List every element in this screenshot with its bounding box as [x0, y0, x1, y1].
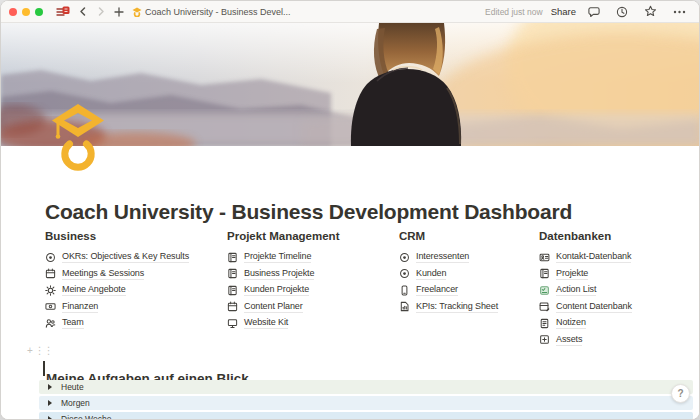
chart-doc-icon — [399, 301, 410, 312]
zoom-window-button[interactable] — [35, 8, 43, 16]
page-link[interactable]: Meetings & Sessions — [45, 266, 227, 283]
page-link-label: Kunden — [416, 268, 446, 280]
window-toolbar: Coach University - Business Devel... Edi… — [1, 1, 699, 23]
target-icon — [45, 252, 56, 263]
phone-icon — [399, 285, 410, 296]
ledger-icon — [227, 285, 238, 296]
page-link[interactable]: Content Planer — [227, 299, 399, 316]
new-tab-icon[interactable] — [110, 3, 128, 21]
back-icon[interactable] — [74, 3, 92, 21]
column-header: CRM — [399, 230, 539, 242]
page-link-label: Kunden Projekte — [244, 284, 309, 296]
page-link-label: Team — [62, 317, 84, 329]
checklist-icon — [539, 285, 550, 296]
ledger-icon — [227, 268, 238, 279]
task-toggles: HeuteMorgenDiese Woche — [39, 380, 693, 420]
page-link-label: Assets — [556, 334, 582, 346]
page-link-label: Action List — [556, 284, 596, 296]
toggle-triangle-icon[interactable] — [48, 384, 52, 390]
page-link[interactable]: Action List — [539, 282, 699, 299]
target-icon — [399, 252, 410, 263]
block-handles[interactable]: + ⋮⋮ — [27, 345, 53, 356]
page-link[interactable]: Projekte — [539, 266, 699, 283]
column-header: Business — [45, 230, 227, 242]
page-link[interactable]: OKRs: Objectives & Key Results — [45, 249, 227, 266]
toggle-heute[interactable]: Heute — [39, 380, 693, 394]
notion-window: Coach University - Business Devel... Edi… — [0, 0, 700, 420]
page-link[interactable]: Notizen — [539, 315, 699, 332]
monitor-icon — [227, 318, 238, 329]
text-caret — [43, 361, 45, 376]
drag-handle-icon[interactable]: ⋮⋮ — [35, 345, 53, 356]
page-link[interactable]: Kontakt-Datenbank — [539, 249, 699, 266]
close-window-button[interactable] — [9, 8, 17, 16]
toggle-morgen[interactable]: Morgen — [39, 396, 693, 410]
page-link[interactable]: Business Projekte — [227, 266, 399, 283]
page-link-label: KPIs: Tracking Sheet — [416, 301, 498, 313]
link-columns: BusinessOKRs: Objectives & Key ResultsMe… — [45, 230, 693, 348]
page-link[interactable]: Meine Angebote — [45, 282, 227, 299]
toggle-triangle-icon[interactable] — [48, 416, 52, 420]
page-link[interactable]: Kunden — [399, 266, 539, 283]
toggle-label: Heute — [61, 382, 84, 392]
toggle-triangle-icon[interactable] — [48, 400, 52, 406]
page-link-label: Projekte — [556, 268, 588, 280]
column-datenbanken: DatenbankenKontakt-DatenbankProjekteActi… — [539, 230, 699, 348]
page-link[interactable]: Projekte Timeline — [227, 249, 399, 266]
page-link[interactable]: Team — [45, 315, 227, 332]
page-icon-graduation-cap[interactable] — [51, 103, 105, 173]
page-link-label: Kontakt-Datenbank — [556, 251, 631, 263]
page-link-label: Interessenten — [416, 251, 469, 263]
page-link-label: Business Projekte — [244, 268, 314, 280]
toggle-diese-woche[interactable]: Diese Woche — [39, 412, 693, 420]
page-link[interactable]: Finanzen — [45, 299, 227, 316]
ledger-icon — [227, 252, 238, 263]
box-plus-icon — [539, 334, 550, 345]
column-header: Projekt Management — [227, 230, 399, 242]
help-button[interactable]: ? — [671, 384, 690, 403]
toggle-label: Morgen — [61, 398, 90, 408]
tab-favicon-cap-icon — [128, 3, 142, 21]
page-link[interactable]: Kunden Projekte — [227, 282, 399, 299]
page-link-label: Meetings & Sessions — [62, 268, 144, 280]
tab-title[interactable]: Coach University - Business Devel... — [145, 7, 291, 17]
page-link-label: Content Planer — [244, 301, 303, 313]
forward-icon[interactable] — [92, 3, 110, 21]
page-link[interactable]: Content Datenbank — [539, 299, 699, 316]
calendar-edit-icon — [539, 301, 550, 312]
banknote-icon — [45, 301, 56, 312]
page-link-label: Content Datenbank — [556, 301, 632, 313]
comments-icon[interactable] — [584, 3, 604, 21]
target-icon — [399, 268, 410, 279]
sidebar-toggle-icon[interactable] — [52, 3, 74, 21]
page-link[interactable]: Assets — [539, 332, 699, 349]
page-body: Coach University - Business Development … — [1, 146, 700, 420]
gear-icon — [45, 285, 56, 296]
add-block-icon[interactable]: + — [27, 345, 33, 356]
column-header: Datenbanken — [539, 230, 699, 242]
page-link[interactable]: KPIs: Tracking Sheet — [399, 299, 539, 316]
toggle-label: Diese Woche — [61, 414, 111, 420]
column-crm: CRMInteressentenKundenFreelancerKPIs: Tr… — [399, 230, 539, 348]
share-button[interactable]: Share — [551, 6, 576, 17]
page-link-label: Projekte Timeline — [244, 251, 311, 263]
ledger-icon — [539, 268, 550, 279]
history-clock-icon[interactable] — [612, 3, 632, 21]
page-link-label: OKRs: Objectives & Key Results — [62, 251, 189, 263]
page-link[interactable]: Interessenten — [399, 249, 539, 266]
page-link-label: Freelancer — [416, 284, 458, 296]
page-link[interactable]: Freelancer — [399, 282, 539, 299]
page-link-label: Meine Angebote — [62, 284, 126, 296]
minimize-window-button[interactable] — [22, 8, 30, 16]
page-link-label: Finanzen — [62, 301, 98, 313]
favorite-star-icon[interactable] — [640, 3, 661, 21]
edited-status: Edited just now — [485, 7, 543, 17]
page-link-label: Website Kit — [244, 317, 288, 329]
page-link[interactable]: Website Kit — [227, 315, 399, 332]
column-business: BusinessOKRs: Objectives & Key ResultsMe… — [45, 230, 227, 348]
page-link-label: Notizen — [556, 317, 586, 329]
page-title: Coach University - Business Development … — [45, 200, 572, 224]
contact-card-icon — [539, 252, 550, 263]
note-icon — [539, 318, 550, 329]
more-icon[interactable] — [669, 3, 690, 21]
